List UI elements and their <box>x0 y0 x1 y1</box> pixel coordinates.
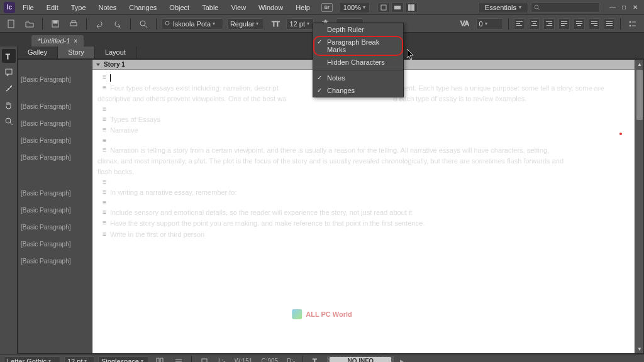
dd-changes[interactable]: ✓Changes <box>313 84 403 97</box>
statusbar: Letter Gothic 12 pt Singlespace L:- W:15… <box>0 354 644 362</box>
para-style[interactable]: [Basic Paragraph] <box>18 202 92 219</box>
find-icon[interactable] <box>136 18 151 30</box>
para-style[interactable]: [Basic Paragraph] <box>18 115 92 132</box>
status-icon1[interactable] <box>152 355 167 363</box>
note-tool[interactable] <box>2 65 16 79</box>
tool-panel: T <box>0 47 18 354</box>
align-left-icon[interactable] <box>514 18 525 30</box>
font-style-combo[interactable]: Regular <box>227 18 264 30</box>
close-icon[interactable]: ✕ <box>630 4 640 11</box>
justify-right-icon[interactable] <box>589 18 600 30</box>
open-icon[interactable] <box>23 18 38 30</box>
svg-rect-33 <box>202 359 207 363</box>
collapse-icon[interactable] <box>95 62 101 68</box>
tab-title: *Untitled-1 <box>38 37 70 45</box>
status-size-combo[interactable]: 12 pt <box>64 356 94 363</box>
status-toggle-icon[interactable] <box>197 355 212 363</box>
word-count: W:151 <box>232 358 255 362</box>
bridge-icon[interactable]: Br <box>321 3 333 12</box>
zoom-selector[interactable]: 100% <box>339 2 370 13</box>
svg-line-27 <box>10 123 13 125</box>
minimize-icon[interactable]: — <box>608 4 618 11</box>
menu-notes[interactable]: Notes <box>94 2 122 13</box>
align-right-icon[interactable] <box>543 18 555 30</box>
para-style[interactable]: [Basic Paragraph] <box>18 236 92 253</box>
window-controls: — □ ✕ <box>608 4 640 11</box>
scroll-thumb[interactable] <box>636 70 643 120</box>
menu-table[interactable]: Table <box>197 2 223 13</box>
bullets-icon[interactable] <box>626 18 641 30</box>
undo-icon[interactable] <box>92 18 107 30</box>
menu-window[interactable]: Window <box>253 2 288 13</box>
menu-object[interactable]: Object <box>164 2 194 13</box>
para-style[interactable]: [Basic Paragraph] <box>18 166 92 202</box>
eyedropper-tool[interactable] <box>2 82 16 96</box>
scroll-up-icon[interactable]: ▲ <box>635 60 644 69</box>
svg-rect-2 <box>408 4 411 11</box>
status-font-combo[interactable]: Letter Gothic <box>4 356 60 363</box>
line-number: L:- <box>216 358 228 362</box>
font-size-combo[interactable]: 12 pt <box>286 18 313 30</box>
menu-edit[interactable]: Edit <box>42 2 64 13</box>
redo-icon[interactable] <box>111 18 126 30</box>
menu-help[interactable]: Help <box>291 2 315 13</box>
status-icon2[interactable] <box>171 355 186 363</box>
para-style[interactable]: [Basic Paragraph] <box>18 149 92 166</box>
save-icon[interactable] <box>48 18 63 30</box>
workspace-switcher[interactable]: Essentials <box>478 2 528 13</box>
svg-line-12 <box>145 25 147 28</box>
svg-rect-3 <box>411 4 414 11</box>
align-center-icon[interactable] <box>529 18 540 30</box>
maximize-icon[interactable]: □ <box>619 4 629 11</box>
para-style[interactable]: [Basic Paragraph] <box>18 71 92 88</box>
para-style[interactable]: [Basic Paragraph] <box>18 88 92 115</box>
story-tab[interactable]: Story <box>58 47 95 58</box>
font-size-icon: TT <box>268 18 283 30</box>
new-icon[interactable] <box>4 18 19 30</box>
scroll-down-icon[interactable]: ▼ <box>635 344 644 353</box>
vertical-scrollbar[interactable]: ▲ ▼ <box>635 60 643 353</box>
svg-text:T: T <box>6 53 10 60</box>
arrange-icon[interactable] <box>405 3 418 13</box>
justify-all-icon[interactable] <box>604 18 615 30</box>
text-editor[interactable]: Story 1 ≡ ≡Four types of essays exist in… <box>92 60 635 353</box>
justify-left-icon[interactable] <box>558 18 570 30</box>
document-tab[interactable]: *Untitled-1 × <box>31 35 84 47</box>
svg-rect-10 <box>72 21 75 23</box>
para-style[interactable]: [Basic Paragraph] <box>18 219 92 236</box>
svg-rect-6 <box>8 20 14 28</box>
tab-close-icon[interactable]: × <box>74 38 77 45</box>
zoom-tool[interactable] <box>2 114 16 128</box>
print-icon[interactable] <box>67 18 82 30</box>
depth-value: D:- <box>284 358 297 362</box>
dd-depth-ruler[interactable]: Depth Ruler <box>313 23 403 36</box>
menu-view[interactable]: View <box>226 2 251 13</box>
justify-center-icon[interactable] <box>574 18 585 30</box>
font-family-combo[interactable]: Iskoola Pota <box>162 18 223 30</box>
hand-tool[interactable] <box>2 98 16 112</box>
dd-paragraph-break-marks[interactable]: ✓Paragraph Break Marks <box>313 36 403 56</box>
menu-changes[interactable]: Changes <box>124 2 162 13</box>
para-style[interactable]: [Basic Paragraph] <box>18 253 92 270</box>
layout-tab[interactable]: Layout <box>95 47 136 58</box>
view-options-icon[interactable] <box>377 3 390 13</box>
status-spacing-combo[interactable]: Singlespace <box>98 356 148 363</box>
menu-type[interactable]: Type <box>66 2 91 13</box>
menu-file[interactable]: File <box>18 2 39 13</box>
svg-line-5 <box>538 8 540 10</box>
svg-point-21 <box>630 25 631 26</box>
search-box[interactable] <box>531 3 600 13</box>
copyfit-icon[interactable]: T <box>308 355 323 363</box>
dd-hidden-characters[interactable]: Hidden Characters <box>313 56 403 69</box>
screen-mode-icon[interactable] <box>391 3 404 13</box>
paragraph-style-column: [Basic Paragraph] [Basic Paragraph] [Bas… <box>18 60 92 353</box>
tracking-combo[interactable]: 0 <box>476 18 503 30</box>
type-tool[interactable]: T <box>2 49 16 63</box>
svg-rect-1 <box>394 6 401 9</box>
galley-tab[interactable]: Galley <box>18 47 58 58</box>
expand-icon[interactable]: ▸ <box>400 357 404 362</box>
para-style[interactable]: [Basic Paragraph] <box>18 132 92 149</box>
dd-notes[interactable]: ✓Notes <box>313 72 403 84</box>
svg-point-20 <box>630 21 631 23</box>
svg-rect-28 <box>157 358 159 363</box>
